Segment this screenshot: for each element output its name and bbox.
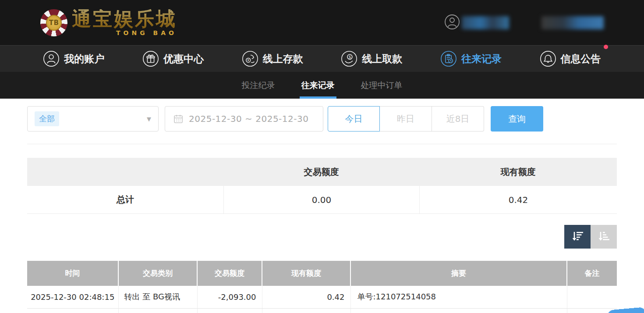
poker-chip-logo-icon: TB	[40, 9, 67, 36]
last-8-days-button[interactable]: 近8日	[432, 106, 484, 132]
summary-table: 交易额度 现有额度 总计 0.00 0.42	[27, 158, 617, 214]
col-header-transaction-type: 交易类别	[118, 261, 197, 286]
nav-item-withdraw[interactable]: $ 线上取款	[341, 50, 402, 67]
section-divider	[27, 144, 617, 144]
sort-descending-icon	[571, 230, 584, 244]
svg-text:¥: ¥	[247, 58, 249, 62]
category-select[interactable]: 全部 ▼	[27, 106, 159, 132]
main-nav: 我的账户 优惠中心 ¥ 线上存款	[0, 45, 644, 72]
summary-total-row: 总计 0.00 0.42	[27, 186, 617, 214]
today-button[interactable]: 今日	[328, 106, 380, 132]
query-button[interactable]: 查询	[491, 106, 543, 132]
tab-betting-records[interactable]: 投注纪录	[240, 72, 277, 99]
sort-ascending-icon	[597, 230, 610, 244]
summary-header-current-amount: 现有额度	[419, 158, 617, 186]
redacted-balance	[541, 16, 604, 29]
record-amount: -2,093.00	[197, 286, 262, 308]
col-header-time: 时间	[27, 261, 118, 286]
yesterday-button[interactable]: 昨日	[380, 106, 432, 132]
record-summary: 单号:121072514058	[350, 286, 567, 308]
redacted-username	[462, 16, 509, 29]
calendar-icon	[173, 114, 184, 124]
deposit-icon: ¥	[242, 50, 258, 67]
nav-item-transaction-records[interactable]: 往来记录	[440, 50, 502, 67]
filter-row: 全部 ▼ 2025-12-30 ~ 2025-12-30 今日 昨日 近8日 查…	[27, 106, 617, 132]
date-range-input[interactable]: 2025-12-30 ~ 2025-12-30	[165, 106, 323, 132]
table-row-partial	[27, 308, 617, 313]
user-area	[444, 14, 604, 32]
summary-current-amount-value: 0.42	[419, 186, 617, 213]
summary-header-row: 交易额度 现有额度	[27, 158, 617, 186]
record-balance: 0.42	[262, 286, 350, 308]
records-header-row: 时间 交易类别 交易额度 现有额度 摘要 备注	[27, 261, 617, 286]
user-account-block[interactable]	[444, 14, 509, 32]
table-row: 2025-12-30 02:48:15 转出 至 BG视讯 -2,093.00 …	[27, 286, 617, 308]
date-range-value: 2025-12-30 ~ 2025-12-30	[189, 114, 308, 124]
chip-tb-label: TB	[46, 15, 62, 31]
col-header-current-amount: 现有额度	[262, 261, 350, 286]
chevron-down-icon: ▼	[147, 116, 151, 122]
sort-descending-button[interactable]	[564, 225, 591, 249]
notification-dot	[604, 45, 608, 49]
user-icon	[43, 50, 60, 67]
tab-processing-orders[interactable]: 处理中订单	[359, 72, 404, 99]
user-balance-block[interactable]	[541, 16, 604, 29]
gift-icon	[142, 50, 159, 67]
nav-item-promotions[interactable]: 优惠中心	[142, 50, 204, 67]
nav-item-announcements[interactable]: 信息公告	[540, 50, 601, 67]
summary-header-empty	[27, 158, 223, 186]
record-note	[567, 286, 617, 308]
sub-tab-bar: 投注纪录 往来记录 处理中订单	[0, 72, 644, 99]
sort-controls	[27, 225, 617, 249]
top-header: TB 通宝娱乐城 TONG BAO	[0, 0, 644, 45]
brand-logo[interactable]: TB 通宝娱乐城 TONG BAO	[40, 9, 177, 36]
col-header-summary: 摘要	[350, 261, 567, 286]
summary-header-transaction-amount: 交易额度	[223, 158, 419, 186]
tab-transaction-records[interactable]: 往来记录	[300, 72, 336, 99]
bell-icon	[540, 50, 556, 67]
records-icon	[440, 50, 457, 67]
summary-transaction-amount-value: 0.00	[223, 186, 419, 213]
category-selected-tag: 全部	[35, 111, 59, 126]
col-header-transaction-amount: 交易额度	[197, 261, 262, 286]
records-table: 时间 交易类别 交易额度 现有额度 摘要 备注 2025-12-30 02:48…	[27, 261, 617, 313]
svg-text:$: $	[349, 55, 351, 59]
withdraw-icon: $	[341, 50, 357, 67]
nav-item-deposit[interactable]: ¥ 线上存款	[242, 50, 303, 67]
brand-name-cn: 通宝娱乐城	[72, 9, 177, 28]
summary-total-label: 总计	[27, 186, 223, 213]
user-avatar-icon	[444, 14, 460, 32]
quick-date-group: 今日 昨日 近8日	[328, 106, 484, 132]
record-time: 2025-12-30 02:48:15	[27, 286, 118, 308]
record-type: 转出 至 BG视讯	[118, 286, 197, 308]
nav-item-my-account[interactable]: 我的账户	[43, 50, 104, 67]
brand-name-en: TONG BAO	[116, 30, 177, 36]
main-content: 全部 ▼ 2025-12-30 ~ 2025-12-30 今日 昨日 近8日 查…	[0, 106, 644, 313]
col-header-note: 备注	[567, 261, 617, 286]
sort-ascending-button[interactable]	[591, 225, 617, 249]
